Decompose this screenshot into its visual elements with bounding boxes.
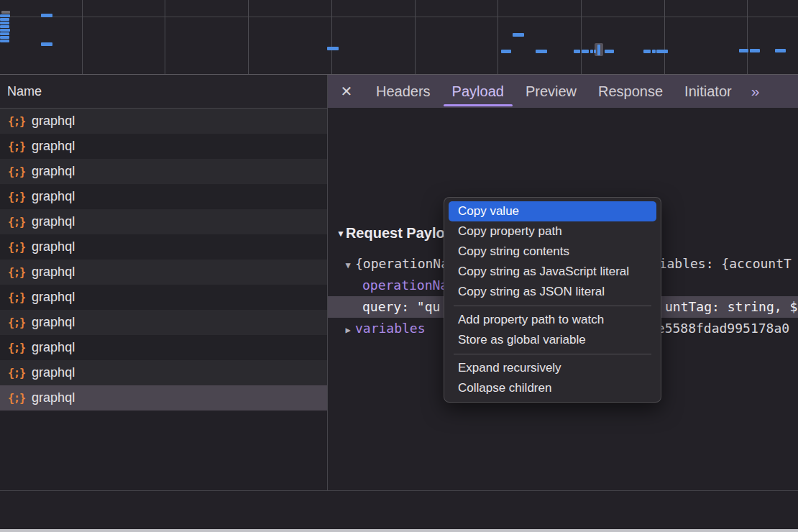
- json-file-icon: {;}: [8, 266, 25, 279]
- variables-row-right-fragment: ee5588fdad995178a0: [649, 318, 789, 339]
- context-menu: Copy value Copy property path Copy strin…: [444, 197, 661, 403]
- query-row-right-fragment: untTag: string, $f: [665, 296, 798, 318]
- waterfall-bar: [652, 50, 656, 53]
- json-file-icon: {;}: [8, 291, 25, 304]
- waterfall-bar: [0, 40, 9, 42]
- waterfall-bar: [536, 50, 547, 53]
- request-name: graphql: [32, 164, 75, 179]
- column-header-label: Name: [7, 84, 42, 98]
- column-header-name[interactable]: Name: [0, 75, 327, 109]
- page-edge: [0, 529, 798, 532]
- waterfall-bar: [327, 47, 339, 50]
- waterfall-bar: [0, 14, 10, 17]
- detail-tabs: Headers Payload Preview Response Initiat…: [365, 75, 743, 108]
- tab-preview[interactable]: Preview: [515, 75, 587, 108]
- waterfall-bar: [750, 49, 760, 52]
- request-row[interactable]: {;} graphql: [0, 209, 327, 234]
- waterfall-bar: [656, 50, 668, 53]
- context-menu-item-expand-recursively[interactable]: Expand recursively: [449, 358, 656, 378]
- panel-splitter[interactable]: [327, 75, 328, 532]
- timeline-gridline: [497, 0, 498, 74]
- context-menu-item-add-property-path-to-watch[interactable]: Add property path to watch: [449, 310, 656, 330]
- context-menu-item-store-as-global-variable[interactable]: Store as global variable: [449, 330, 656, 350]
- request-row[interactable]: {;} graphql: [0, 385, 327, 411]
- tab-initiator[interactable]: Initiator: [674, 75, 743, 108]
- detail-tabbar: ✕ Headers Payload Preview Response Initi…: [328, 75, 798, 108]
- waterfall-bar: [0, 32, 9, 35]
- timeline-gridline: [82, 0, 83, 74]
- menu-separator: [454, 306, 651, 306]
- request-row[interactable]: {;} graphql: [0, 184, 327, 209]
- context-menu-item-copy-value[interactable]: Copy value: [449, 201, 656, 221]
- waterfall-bar: [574, 50, 580, 53]
- request-list: {;} graphql {;} graphql {;} graphql {;} …: [0, 109, 327, 411]
- request-name: graphql: [32, 390, 75, 405]
- request-name: graphql: [32, 340, 75, 355]
- timeline-gridline: [581, 0, 582, 74]
- context-menu-item-copy-string-as-javascript-literal[interactable]: Copy string as JavaScript literal: [449, 262, 656, 282]
- request-name: graphql: [32, 189, 75, 204]
- waterfall-bar: [41, 14, 52, 17]
- context-menu-item-copy-property-path[interactable]: Copy property path: [449, 221, 656, 242]
- request-row[interactable]: {;} graphql: [0, 360, 327, 385]
- waterfall-bar: [0, 22, 9, 24]
- request-name: graphql: [32, 365, 75, 380]
- expanded-arrow-icon[interactable]: ▼: [341, 254, 355, 275]
- request-name: graphql: [32, 239, 75, 254]
- request-name: graphql: [32, 265, 75, 280]
- json-file-icon: {;}: [8, 316, 25, 329]
- waterfall-bar: [0, 25, 9, 28]
- request-row[interactable]: {;} graphql: [0, 109, 327, 134]
- request-row[interactable]: {;} graphql: [0, 335, 327, 360]
- context-menu-item-copy-string-as-json-literal[interactable]: Copy string as JSON literal: [449, 282, 656, 302]
- collapsed-arrow-icon[interactable]: ▶: [341, 319, 355, 339]
- timeline-gridline: [664, 0, 665, 74]
- overview-divider: [0, 17, 798, 17]
- request-name: graphql: [32, 290, 75, 305]
- requests-table: Name {;} graphql {;} graphql {;} graphql…: [0, 75, 327, 490]
- json-file-icon: {;}: [8, 115, 25, 128]
- summary-bar: [0, 491, 798, 529]
- devtools-network-panel: Name {;} graphql {;} graphql {;} graphql…: [0, 0, 798, 532]
- waterfall-bar: [605, 50, 614, 53]
- json-file-icon: {;}: [8, 367, 25, 380]
- waterfall-bar: [597, 45, 600, 55]
- tab-headers[interactable]: Headers: [365, 75, 441, 108]
- waterfall-bar: [590, 50, 593, 53]
- request-row[interactable]: {;} graphql: [0, 159, 327, 184]
- context-menu-item-copy-string-contents[interactable]: Copy string contents: [449, 242, 656, 262]
- waterfall-bar: [0, 36, 9, 39]
- request-row[interactable]: {;} graphql: [0, 260, 327, 285]
- request-name: graphql: [32, 315, 75, 330]
- timeline-gridline: [165, 0, 165, 74]
- json-file-icon: {;}: [8, 241, 25, 254]
- timeline-gridline: [248, 0, 249, 74]
- waterfall-bar: [594, 50, 596, 53]
- network-overview-timeline[interactable]: [0, 0, 798, 75]
- waterfall-bar: [0, 29, 10, 32]
- context-menu-item-collapse-children[interactable]: Collapse children: [449, 378, 656, 398]
- more-tabs-icon[interactable]: »: [743, 75, 767, 108]
- waterfall-bar: [501, 50, 511, 53]
- request-row[interactable]: {;} graphql: [0, 310, 327, 335]
- request-row[interactable]: {;} graphql: [0, 234, 327, 260]
- waterfall-bar-gray: [1, 11, 10, 14]
- waterfall-bar: [739, 49, 748, 52]
- timeline-gridline: [331, 0, 332, 74]
- property-key: variables: [355, 321, 426, 336]
- request-row[interactable]: {;} graphql: [0, 134, 327, 159]
- waterfall-bar: [0, 18, 9, 21]
- waterfall-bar: [513, 33, 524, 37]
- request-row[interactable]: {;} graphql: [0, 285, 327, 310]
- waterfall-bar: [775, 49, 786, 52]
- json-file-icon: {;}: [8, 140, 25, 153]
- query-row-left-fragment: query: "qu: [362, 299, 440, 314]
- request-name: graphql: [32, 214, 75, 229]
- tab-payload[interactable]: Payload: [441, 75, 515, 108]
- section-collapse-icon[interactable]: ▼: [336, 229, 345, 239]
- waterfall-bar: [582, 50, 589, 53]
- tab-response[interactable]: Response: [587, 75, 674, 108]
- json-file-icon: {;}: [8, 392, 25, 405]
- close-icon[interactable]: ✕: [328, 75, 365, 108]
- json-file-icon: {;}: [8, 191, 25, 203]
